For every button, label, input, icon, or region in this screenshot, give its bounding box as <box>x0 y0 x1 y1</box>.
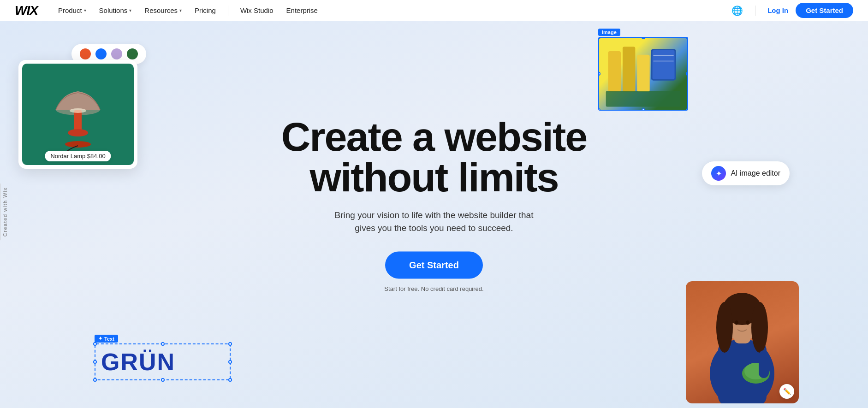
ai-icon: ✦ <box>711 166 726 181</box>
nav-divider <box>228 6 228 16</box>
product-card-label: Nordar Lamp $84.00 <box>45 151 111 161</box>
resize-handle-bl[interactable] <box>598 108 600 111</box>
nav-item-product[interactable]: Product ▾ <box>53 4 92 17</box>
color-dot-orange[interactable] <box>80 48 91 59</box>
product-card-image: Nordar Lamp $84.00 <box>22 64 134 165</box>
ai-bubble-label: AI image editor <box>731 169 780 177</box>
hero-subtitle: Bring your vision to life with the websi… <box>245 208 623 235</box>
nav-divider-2 <box>755 6 755 16</box>
color-dot-green[interactable] <box>127 48 138 59</box>
svg-rect-5 <box>608 51 621 92</box>
chevron-down-icon: ▾ <box>129 8 131 13</box>
text-tag-label: ✦ Text <box>95 335 118 343</box>
nav-item-enterprise[interactable]: Enterprise <box>281 4 323 17</box>
nav-item-pricing[interactable]: Pricing <box>189 4 221 17</box>
color-dot-blue[interactable] <box>95 48 107 59</box>
text-element-border: GRÜN <box>95 343 231 380</box>
svg-point-20 <box>735 320 738 325</box>
hero-section: Created with Wix <box>0 0 868 408</box>
svg-point-18 <box>716 302 733 353</box>
chevron-down-icon: ▾ <box>84 8 86 13</box>
lamp-illustration <box>46 73 110 156</box>
hero-get-started-button[interactable]: Get Started <box>385 251 483 278</box>
text-resize-handle-br[interactable] <box>228 378 232 382</box>
nav-links: Product ▾ Solutions ▾ Resources ▾ Pricin… <box>53 4 731 17</box>
created-with-wix-label: Created with Wix <box>0 183 10 240</box>
candles-image <box>599 38 687 110</box>
resize-handle-bm[interactable] <box>642 108 645 111</box>
svg-rect-7 <box>637 55 649 92</box>
svg-point-21 <box>746 320 749 325</box>
gruen-text: GRÜN <box>101 348 224 376</box>
navigation: WIX Product ▾ Solutions ▾ Resources ▾ Pr… <box>0 0 868 21</box>
text-resize-handle-bl[interactable] <box>93 378 97 382</box>
image-tag-label: Image <box>598 29 620 36</box>
login-link[interactable]: Log In <box>767 6 788 14</box>
hero-cta-note: Start for free. No credit card required. <box>245 285 623 292</box>
nav-item-solutions[interactable]: Solutions ▾ <box>94 4 137 17</box>
svg-rect-12 <box>606 91 681 106</box>
nav-item-resources[interactable]: Resources ▾ <box>139 4 187 17</box>
chevron-down-icon: ▾ <box>179 8 182 13</box>
hero-center: Create a website without limits Bring yo… <box>245 116 623 292</box>
text-resize-handle-tl[interactable] <box>93 342 97 346</box>
svg-point-3 <box>65 141 91 148</box>
image-selection-border <box>598 37 688 111</box>
portrait-photo: ✏️ <box>686 281 799 403</box>
text-resize-handle-mr[interactable] <box>228 360 232 364</box>
nav-item-wix-studio[interactable]: Wix Studio <box>235 4 279 17</box>
svg-point-2 <box>68 129 88 136</box>
edit-icon[interactable]: ✏️ <box>779 384 794 399</box>
svg-point-4 <box>70 108 86 113</box>
svg-rect-6 <box>623 47 635 92</box>
text-resize-handle-bm[interactable] <box>161 378 165 382</box>
text-element-widget: ✦ Text GRÜN <box>95 334 231 380</box>
resize-handle-br[interactable] <box>686 108 688 111</box>
ai-image-editor-bubble[interactable]: ✦ AI image editor <box>702 161 790 185</box>
text-resize-handle-tm[interactable] <box>161 342 165 346</box>
hero-title: Create a website without limits <box>245 116 623 197</box>
globe-icon[interactable]: 🌐 <box>731 5 743 16</box>
resize-handle-mr[interactable] <box>686 72 688 76</box>
text-resize-handle-ml[interactable] <box>93 360 97 364</box>
resize-handle-tr[interactable] <box>686 37 688 39</box>
color-dot-lavender[interactable] <box>111 48 122 59</box>
svg-point-19 <box>751 302 768 353</box>
product-card: Nordar Lamp $84.00 <box>18 60 137 169</box>
wix-logo[interactable]: WIX <box>15 3 38 18</box>
person-illustration <box>686 281 799 403</box>
text-resize-handle-tr[interactable] <box>228 342 232 346</box>
nav-right: 🌐 Log In Get Started <box>731 3 853 18</box>
image-selection-widget: Image <box>598 28 688 108</box>
svg-rect-9 <box>653 50 675 79</box>
nav-get-started-button[interactable]: Get Started <box>796 3 853 18</box>
resize-handle-tm[interactable] <box>642 37 645 39</box>
svg-rect-24 <box>759 350 769 378</box>
